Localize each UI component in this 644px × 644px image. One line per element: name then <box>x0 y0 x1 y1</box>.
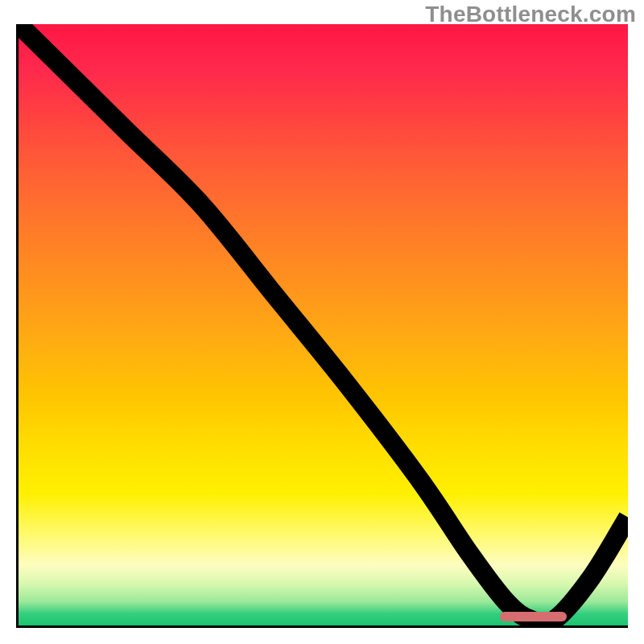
chart-frame: TheBottleneck.com <box>0 0 644 644</box>
optimal-range-marker <box>500 612 567 621</box>
plot-area <box>16 24 628 628</box>
curve-layer <box>19 24 628 625</box>
bottleneck-curve <box>19 24 628 623</box>
